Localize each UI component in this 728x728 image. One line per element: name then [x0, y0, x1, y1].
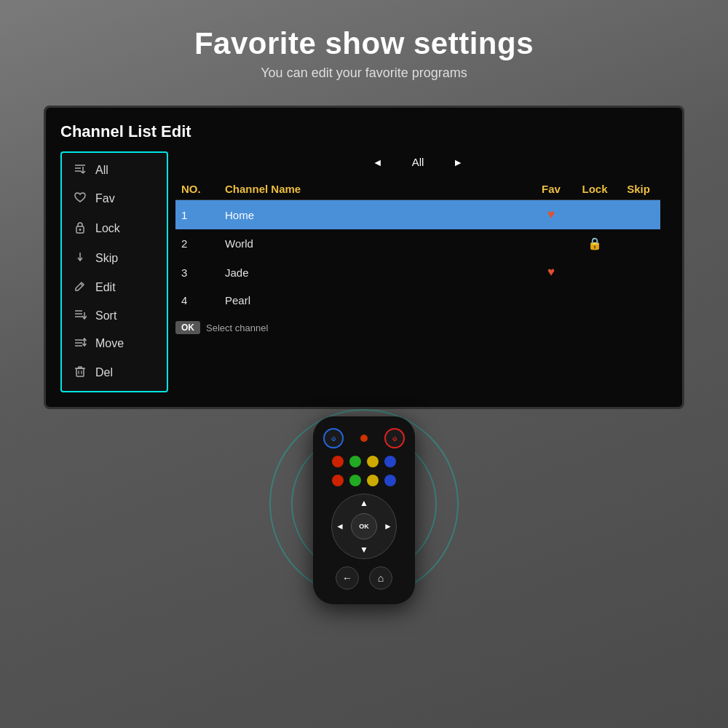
row-skip [617, 200, 660, 230]
lock-badge-icon: 🔒 [587, 237, 602, 250]
sidebar-edit-label: Edit [95, 281, 116, 294]
sidebar-sort-label: Sort [95, 309, 116, 323]
col-header-lock: Lock [573, 178, 617, 200]
row-lock [573, 258, 617, 287]
stb-label: ⏻ [331, 436, 336, 441]
dpad-left-button[interactable]: ◄ [336, 521, 344, 531]
nav-row: ◄ All ► [175, 151, 660, 178]
col-header-fav: Fav [529, 178, 573, 200]
screen-body: All Fav [60, 151, 668, 392]
row-no: 1 [175, 200, 219, 230]
row-lock: 🔒 [573, 229, 617, 258]
remote-nav-row: ← ⌂ [336, 566, 392, 590]
dpad-up-button[interactable]: ▲ [360, 498, 368, 508]
move-icon [72, 337, 88, 350]
sidebar-item-del[interactable]: Del [62, 358, 167, 387]
sidebar-item-fav[interactable]: Fav [62, 185, 167, 213]
row-fav: ♥ [529, 200, 573, 230]
color-button-yellow[interactable] [367, 456, 379, 467]
channel-area: ◄ All ► NO. Channel Name Fav Lock Skip [168, 151, 668, 392]
col-header-skip: Skip [617, 178, 660, 200]
table-row[interactable]: 3 Jade ♥ [175, 258, 660, 287]
color-button-red[interactable] [332, 456, 344, 467]
table-row[interactable]: 4 Pearl [175, 287, 660, 314]
tv-screen: Channel List Edit All [44, 106, 684, 409]
page-subtitle: You can edit your favorite programs [194, 66, 534, 81]
table-header-row: NO. Channel Name Fav Lock Skip [175, 178, 660, 200]
skip-icon [72, 251, 88, 266]
sidebar-item-lock[interactable]: Lock [62, 214, 167, 243]
fav-heart-icon: ♥ [547, 265, 555, 279]
ok-badge[interactable]: OK [175, 321, 200, 334]
nav-right-arrow[interactable]: ► [453, 157, 463, 168]
sort-icon [72, 309, 88, 323]
row-lock [573, 200, 617, 230]
tv-label: ⏻ [392, 436, 397, 441]
home-button[interactable]: ⌂ [369, 566, 392, 590]
del-icon [72, 365, 88, 380]
fav-heart-icon: ♥ [547, 207, 555, 221]
page-header: Favorite show settings You can edit your… [194, 0, 534, 90]
sidebar-item-edit[interactable]: Edit [62, 274, 167, 301]
dpad-ok-button[interactable]: OK [351, 513, 377, 539]
sidebar-item-skip[interactable]: Skip [62, 245, 167, 272]
stb-power-button[interactable]: ⏻ [323, 428, 344, 448]
back-button[interactable]: ← [336, 566, 359, 590]
nav-left-arrow[interactable]: ◄ [373, 157, 383, 168]
remote-color-row-1 [332, 456, 396, 467]
dpad-right-button[interactable]: ► [384, 521, 392, 531]
row-no: 4 [175, 287, 219, 314]
row-skip [617, 287, 660, 314]
row-fav [529, 229, 573, 258]
color-button2-red[interactable] [332, 475, 344, 486]
page-title: Favorite show settings [194, 26, 534, 61]
table-row[interactable]: 1 Home ♥ [175, 200, 660, 230]
sidebar-skip-label: Skip [95, 252, 118, 265]
row-fav [529, 287, 573, 314]
col-header-no: NO. [175, 178, 219, 200]
color-button2-blue[interactable] [384, 475, 396, 486]
sidebar-item-all[interactable]: All [62, 157, 167, 183]
sidebar: All Fav [60, 151, 168, 392]
sidebar-item-sort[interactable]: Sort [62, 303, 167, 329]
status-hint: Select channel [206, 323, 268, 333]
tv-power-button[interactable]: ⏻ [384, 428, 405, 448]
row-skip [617, 258, 660, 287]
color-button2-green[interactable] [349, 475, 361, 486]
sidebar-all-label: All [95, 164, 108, 177]
remote-top-row: ⏻ ⏻ [323, 428, 405, 448]
row-no: 2 [175, 229, 219, 258]
ok-label: OK [359, 523, 369, 530]
dpad-down-button[interactable]: ▼ [360, 545, 368, 555]
sidebar-move-label: Move [95, 337, 124, 350]
row-name: Home [219, 200, 529, 230]
all-icon [72, 164, 88, 177]
remote-color-row-2 [332, 475, 396, 486]
color-button2-yellow[interactable] [367, 475, 379, 486]
channel-table: NO. Channel Name Fav Lock Skip 1 Home ♥ [175, 178, 660, 314]
row-skip [617, 229, 660, 258]
nav-label: All [412, 156, 424, 168]
fav-icon [72, 191, 88, 206]
remote-area: ⏻ ⏻ ▲ ▼ ◄ ► OK [44, 402, 684, 604]
row-lock [573, 287, 617, 314]
remote-control: ⏻ ⏻ ▲ ▼ ◄ ► OK [313, 416, 415, 604]
edit-icon [72, 280, 88, 295]
color-button-blue[interactable] [384, 456, 396, 467]
row-no: 3 [175, 258, 219, 287]
row-name: World [219, 229, 529, 258]
svg-point-7 [79, 229, 82, 231]
tv-content: Channel List Edit All [46, 108, 682, 407]
row-name: Jade [219, 258, 529, 287]
remote-dpad: ▲ ▼ ◄ ► OK [331, 494, 397, 559]
remote-indicator-dot [360, 435, 368, 442]
row-fav: ♥ [529, 258, 573, 287]
color-button-green[interactable] [349, 456, 361, 467]
sidebar-item-move[interactable]: Move [62, 331, 167, 357]
svg-rect-18 [76, 368, 84, 376]
sidebar-lock-label: Lock [95, 222, 120, 235]
table-row[interactable]: 2 World 🔒 [175, 229, 660, 258]
screen-title: Channel List Edit [60, 122, 668, 141]
col-header-name: Channel Name [219, 178, 529, 200]
row-name: Pearl [219, 287, 529, 314]
